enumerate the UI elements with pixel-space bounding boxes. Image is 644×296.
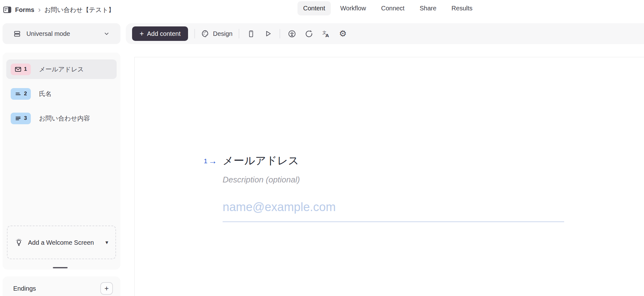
tab-connect[interactable]: Connect	[375, 1, 410, 15]
accessibility-icon[interactable]	[286, 28, 297, 39]
design-button[interactable]: Design	[201, 30, 232, 38]
preview-play-icon[interactable]	[263, 28, 273, 39]
question-2-number: 2	[24, 91, 27, 97]
breadcrumb: Forms › お問い合わせ【テスト】	[3, 5, 114, 14]
add-content-label: Add content	[147, 30, 180, 37]
question-3-type-pill: 3	[11, 113, 31, 124]
question-item-2-name[interactable]: 2 氏名	[6, 84, 117, 103]
palette-icon	[201, 30, 209, 38]
question-item-1-email[interactable]: 1 メールアドレス	[6, 59, 117, 79]
question-title-field[interactable]: メールアドレス	[223, 154, 299, 168]
tab-results[interactable]: Results	[446, 1, 478, 15]
settings-gear-icon[interactable]: ⚙	[337, 28, 348, 39]
question-list-panel: 1 メールアドレス 2 氏名 3 お	[3, 53, 120, 270]
add-welcome-screen-label: Add a Welcome Screen	[28, 238, 100, 247]
caret-down-icon[interactable]: ▼	[104, 240, 109, 245]
plus-icon: +	[140, 30, 144, 37]
svg-text:A: A	[325, 32, 329, 38]
breadcrumb-separator: ›	[37, 7, 41, 13]
design-label: Design	[213, 30, 232, 37]
question-number-indicator: 1 →	[204, 157, 217, 165]
forms-logo-icon[interactable]	[3, 5, 12, 14]
add-welcome-screen-button[interactable]: Add a Welcome Screen ▼	[7, 226, 116, 259]
form-preview-card	[134, 57, 644, 296]
panel-resize-handle[interactable]	[53, 267, 68, 268]
question-description-field[interactable]: Description (optional)	[223, 175, 300, 185]
layers-icon	[13, 30, 21, 38]
question-number: 1	[204, 157, 208, 165]
add-ending-button[interactable]: +	[100, 282, 113, 295]
question-2-label: 氏名	[39, 90, 52, 98]
lightbulb-icon	[14, 238, 23, 247]
add-content-button[interactable]: + Add content	[132, 26, 188, 41]
question-1-type-pill: 1	[11, 64, 31, 75]
question-3-number: 3	[24, 115, 27, 121]
toolbar-divider	[194, 29, 195, 38]
version-history-icon[interactable]	[303, 28, 314, 39]
mobile-preview-icon[interactable]	[246, 28, 256, 39]
toolbar-divider	[239, 29, 239, 38]
builder-toolbar: + Add content Design	[126, 23, 644, 44]
arrow-right-icon: →	[208, 158, 217, 165]
question-2-type-pill: 2	[11, 88, 31, 100]
translate-icon[interactable]: 文 A	[320, 28, 331, 39]
short-text-icon	[14, 90, 22, 98]
endings-panel: Endings +	[3, 276, 120, 296]
question-3-label: お問い合わせ内容	[39, 114, 90, 123]
tab-share[interactable]: Share	[414, 1, 442, 15]
chevron-down-icon	[103, 31, 110, 37]
question-item-3-inquiry[interactable]: 3 お問い合わせ内容	[6, 109, 117, 128]
email-input-underline	[223, 221, 564, 222]
endings-label: Endings	[13, 285, 100, 292]
universal-mode-dropdown[interactable]: Universal mode	[3, 23, 120, 44]
email-icon	[14, 66, 22, 73]
toolbar-divider	[280, 29, 280, 38]
question-1-number: 1	[24, 66, 27, 72]
breadcrumb-forms-link[interactable]: Forms	[15, 6, 34, 14]
long-text-icon	[14, 115, 22, 122]
email-input-placeholder[interactable]: name@example.com	[223, 200, 336, 214]
question-1-label: メールアドレス	[39, 65, 84, 74]
tab-workflow[interactable]: Workflow	[335, 1, 372, 15]
universal-mode-label: Universal mode	[26, 30, 98, 37]
breadcrumb-form-title: お問い合わせ【テスト】	[44, 6, 114, 14]
tab-content[interactable]: Content	[297, 1, 331, 15]
top-nav-tabs: Content Workflow Connect Share Results	[297, 1, 478, 15]
